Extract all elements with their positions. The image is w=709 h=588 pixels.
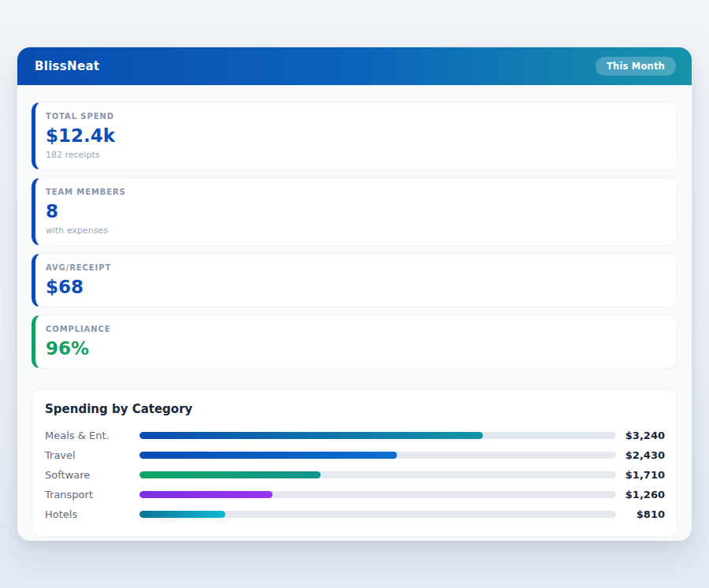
bar-fill-travel bbox=[139, 452, 397, 459]
stat-card-avg-receipt: AVG/RECEIPT $68 bbox=[32, 253, 677, 307]
bar-fill-transport bbox=[139, 491, 273, 498]
bar-fill-hotels bbox=[139, 511, 225, 518]
stat-card-team-members: TEAM MEMBERS 8 with expenses bbox=[32, 177, 677, 246]
spending-by-category-card: Spending by Category Meals & Ent. $3,240… bbox=[32, 389, 677, 537]
category-row-software: Software $1,710 bbox=[45, 465, 665, 485]
dashboard-card: BlissNeat This Month TOTAL SPEND $12.4k … bbox=[17, 47, 692, 541]
category-amount: $1,260 bbox=[616, 489, 665, 501]
stat-label: TOTAL SPEND bbox=[46, 112, 664, 121]
bar-track bbox=[139, 491, 616, 498]
bar-fill-software bbox=[139, 471, 321, 478]
bar-fill-meals bbox=[139, 432, 483, 439]
stat-sub: 182 receipts bbox=[46, 150, 664, 161]
category-amount: $1,710 bbox=[616, 469, 665, 481]
category-amount: $2,430 bbox=[616, 449, 665, 461]
app-header: BlissNeat This Month bbox=[17, 47, 692, 85]
category-row-meals: Meals & Ent. $3,240 bbox=[45, 426, 665, 445]
app-title: BlissNeat bbox=[35, 59, 99, 73]
category-row-hotels: Hotels $810 bbox=[45, 504, 665, 524]
bar-track bbox=[139, 432, 616, 439]
period-badge[interactable]: This Month bbox=[596, 57, 676, 76]
stat-value: $12.4k bbox=[46, 125, 664, 147]
stat-label: COMPLIANCE bbox=[46, 325, 664, 334]
stat-value: 96% bbox=[46, 338, 664, 359]
bar-track bbox=[139, 471, 616, 478]
stat-label: AVG/RECEIPT bbox=[46, 263, 664, 273]
stat-card-compliance: COMPLIANCE 96% bbox=[32, 314, 677, 369]
category-amount: $3,240 bbox=[616, 430, 665, 441]
category-label: Meals & Ent. bbox=[45, 430, 139, 441]
stat-value: $68 bbox=[46, 277, 664, 298]
category-row-transport: Transport $1,260 bbox=[45, 485, 665, 504]
stat-card-total-spend: TOTAL SPEND $12.4k 182 receipts bbox=[32, 102, 677, 170]
category-amount: $810 bbox=[616, 508, 665, 520]
section-title: Spending by Category bbox=[45, 402, 665, 416]
category-row-travel: Travel $2,430 bbox=[45, 445, 665, 465]
category-label: Hotels bbox=[45, 508, 139, 520]
stat-value: 8 bbox=[46, 201, 664, 222]
bar-track bbox=[139, 452, 616, 459]
bar-track bbox=[139, 511, 616, 518]
category-label: Travel bbox=[45, 449, 139, 461]
category-label: Software bbox=[45, 469, 139, 481]
stat-label: TEAM MEMBERS bbox=[46, 188, 664, 197]
category-label: Transport bbox=[45, 489, 139, 501]
stat-sub: with expenses bbox=[46, 225, 664, 236]
dashboard-content: TOTAL SPEND $12.4k 182 receipts TEAM MEM… bbox=[17, 85, 692, 537]
